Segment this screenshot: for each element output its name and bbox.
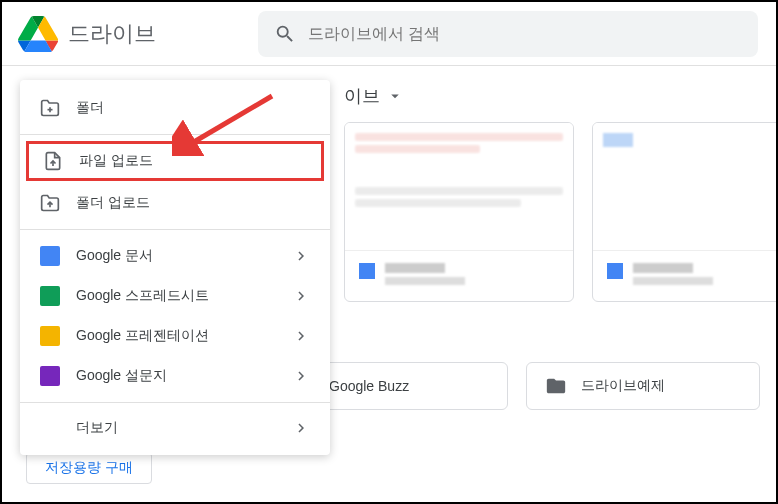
folder-upload-icon [40, 193, 60, 213]
sheets-icon [40, 286, 60, 306]
menu-label: 폴더 [76, 99, 104, 117]
folder-list: Google Buzz 드라이브예제 [274, 362, 760, 410]
folder-plus-icon [40, 98, 60, 118]
chevron-right-icon [292, 287, 310, 305]
file-upload-icon [43, 151, 63, 171]
forms-icon [40, 366, 60, 386]
card-preview [345, 123, 573, 251]
buy-storage-button[interactable]: 저장용량 구매 [26, 452, 152, 484]
chevron-right-icon [292, 367, 310, 385]
menu-item-new-folder[interactable]: 폴더 [20, 88, 330, 128]
search-icon [274, 23, 296, 45]
menu-item-google-slides[interactable]: Google 프레젠테이션 [20, 316, 330, 356]
app-name: 드라이브 [68, 19, 156, 49]
folder-name: 드라이브예제 [581, 377, 665, 395]
breadcrumb-label: 이브 [344, 84, 380, 108]
menu-item-google-sheets[interactable]: Google 스프레드시트 [20, 276, 330, 316]
chevron-right-icon [292, 419, 310, 437]
folder-item[interactable]: 드라이브예제 [526, 362, 760, 410]
file-card[interactable] [592, 122, 776, 302]
menu-item-folder-upload[interactable]: 폴더 업로드 [20, 183, 330, 223]
card-meta [593, 251, 776, 301]
file-card[interactable] [344, 122, 574, 302]
menu-label: Google 문서 [76, 247, 153, 265]
menu-separator [20, 134, 330, 135]
new-menu: 폴더 파일 업로드 폴더 업로드 Google 문서 Google 스프레드시트… [20, 80, 330, 455]
header: 드라이브 [2, 2, 776, 66]
file-type-icon [359, 263, 375, 279]
card-preview [593, 123, 776, 251]
menu-label: 폴더 업로드 [76, 194, 150, 212]
file-type-icon [607, 263, 623, 279]
folder-icon [545, 375, 567, 397]
section-label-folders: 폴더 [290, 330, 760, 348]
search-input[interactable] [308, 25, 742, 43]
menu-label: 파일 업로드 [79, 152, 153, 170]
logo-area[interactable]: 드라이브 [18, 14, 258, 54]
menu-item-google-docs[interactable]: Google 문서 [20, 236, 330, 276]
slides-icon [40, 326, 60, 346]
menu-label: Google 프레젠테이션 [76, 327, 209, 345]
folder-name: Google Buzz [329, 378, 409, 394]
menu-separator [20, 402, 330, 403]
menu-item-more[interactable]: 더보기 [20, 409, 330, 447]
chevron-right-icon [292, 327, 310, 345]
caret-down-icon [386, 87, 404, 105]
quick-access-cards [274, 122, 760, 302]
menu-label: Google 설문지 [76, 367, 167, 385]
menu-separator [20, 229, 330, 230]
menu-label: Google 스프레드시트 [76, 287, 209, 305]
menu-item-file-upload[interactable]: 파일 업로드 [26, 141, 324, 181]
chevron-right-icon [292, 247, 310, 265]
content-area: 이브 [258, 66, 776, 502]
drive-logo-icon [18, 14, 58, 54]
breadcrumb[interactable]: 이브 [274, 74, 760, 122]
menu-label: 더보기 [76, 419, 118, 437]
menu-item-google-forms[interactable]: Google 설문지 [20, 356, 330, 396]
docs-icon [40, 246, 60, 266]
card-meta [345, 251, 573, 301]
search-bar[interactable] [258, 11, 758, 57]
